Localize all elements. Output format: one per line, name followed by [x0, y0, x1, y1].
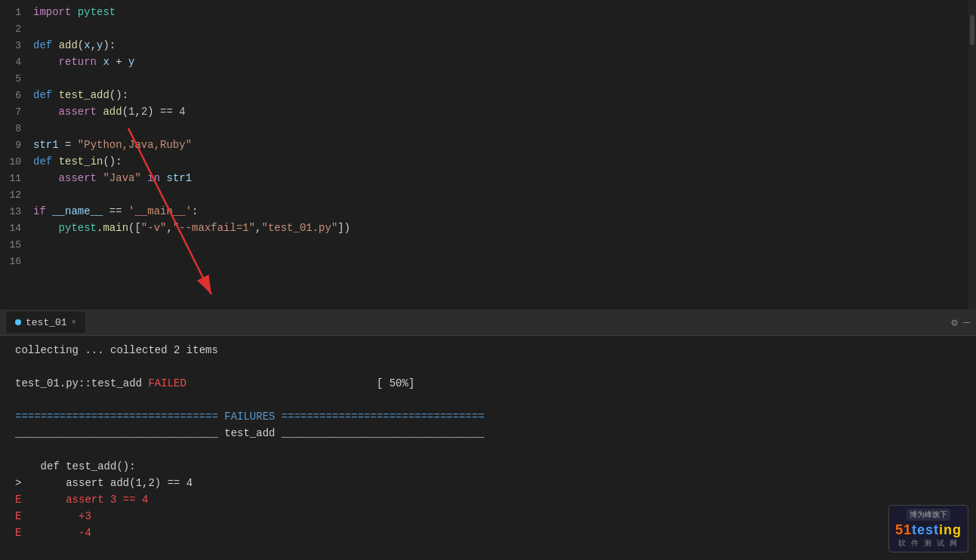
- line-content: [30, 255, 976, 267]
- line-content: def test_in():: [30, 155, 976, 168]
- line-number: 2: [0, 23, 30, 35]
- terminal-line: E assert 3 == 4: [15, 491, 976, 508]
- line-content: import pytest: [30, 6, 976, 18]
- minimize-icon[interactable]: —: [964, 316, 970, 328]
- watermark-brand: 51testing: [895, 522, 962, 538]
- tab-indicator: [15, 319, 21, 325]
- code-line: 2: [0, 23, 976, 39]
- terminal-line: [15, 358, 976, 375]
- line-number: 13: [0, 206, 30, 217]
- terminal-tab-actions: ⚙ —: [951, 316, 970, 329]
- brand-51: 51: [895, 522, 912, 537]
- line-number: 6: [0, 90, 30, 101]
- code-line: 8: [0, 122, 976, 139]
- terminal-line: ================================ FAILURE…: [15, 408, 976, 425]
- line-number: 11: [0, 173, 30, 184]
- line-number: 1: [0, 7, 30, 18]
- terminal-tab-label: test_01: [26, 317, 67, 328]
- terminal-line: E -4: [15, 525, 976, 541]
- line-number: 8: [0, 123, 30, 134]
- editor-scrollbar[interactable]: [968, 0, 976, 309]
- code-line: 10def test_in():: [0, 155, 976, 172]
- line-content: assert "Java" in str1: [30, 172, 976, 184]
- code-line: 3def add(x,y):: [0, 39, 976, 56]
- terminal-tab-close[interactable]: ×: [72, 318, 77, 327]
- line-content: assert add(1,2) == 4: [30, 106, 976, 118]
- line-content: return x + y: [30, 56, 976, 68]
- line-number: 5: [0, 73, 30, 85]
- line-number: 12: [0, 189, 30, 201]
- brand-ing: ing: [939, 522, 962, 537]
- line-content: [30, 238, 976, 251]
- terminal-line: E +3: [15, 508, 976, 525]
- terminal-line: ________________________________ test_ad…: [15, 425, 976, 442]
- code-line: 6def test_add():: [0, 89, 976, 106]
- line-number: 7: [0, 106, 30, 118]
- code-line: 7 assert add(1,2) == 4: [0, 106, 976, 122]
- code-line: 15: [0, 238, 976, 255]
- terminal-line: test_01.py::test_add FAILED [ 50%]: [15, 375, 976, 392]
- code-editor: 1import pytest2 3def add(x,y):4 return x…: [0, 0, 976, 309]
- code-line: 5: [0, 72, 976, 89]
- line-content: [30, 189, 976, 201]
- code-line: 11 assert "Java" in str1: [0, 172, 976, 189]
- terminal-tab[interactable]: test_01 ×: [6, 312, 85, 333]
- terminal-tab-bar: test_01 × ⚙ —: [0, 309, 976, 336]
- terminal-line: > assert add(1,2) == 4: [15, 475, 976, 491]
- watermark-sub-text: 软 件 测 试 网: [898, 538, 958, 549]
- terminal-line: [15, 392, 976, 408]
- line-number: 16: [0, 256, 30, 267]
- code-line: 16: [0, 255, 976, 272]
- line-content: str1 = "Python,Java,Ruby": [30, 139, 976, 151]
- watermark-logo: 博为峰旗下 51testing 软 件 测 试 网: [888, 505, 968, 552]
- terminal-line: def test_add():: [15, 458, 976, 475]
- line-content: [30, 72, 976, 85]
- line-content: [30, 23, 976, 35]
- line-number: 10: [0, 156, 30, 168]
- editor-area: 1import pytest2 3def add(x,y):4 return x…: [0, 0, 976, 309]
- code-line: 12: [0, 189, 976, 205]
- line-number: 15: [0, 239, 30, 251]
- line-content: pytest.main(["-v","--maxfail=1","test_01…: [30, 222, 976, 234]
- line-content: def test_add():: [30, 89, 976, 101]
- brand-testing: test: [912, 522, 939, 537]
- terminal-panel: test_01 × ⚙ — collecting ... collected 2…: [0, 309, 976, 560]
- line-content: [30, 122, 976, 134]
- line-content: def add(x,y):: [30, 39, 976, 51]
- line-number: 9: [0, 140, 30, 151]
- code-line: 13if __name__ == '__main__':: [0, 205, 976, 222]
- terminal-line: [15, 442, 976, 458]
- code-line: 9str1 = "Python,Java,Ruby": [0, 139, 976, 155]
- code-line: 1import pytest: [0, 6, 976, 23]
- main-container: 1import pytest2 3def add(x,y):4 return x…: [0, 0, 976, 560]
- watermark-top-text: 博为峰旗下: [907, 509, 950, 521]
- line-number: 3: [0, 40, 30, 51]
- line-content: if __name__ == '__main__':: [30, 205, 976, 217]
- line-number: 14: [0, 223, 30, 234]
- gear-icon[interactable]: ⚙: [951, 316, 957, 329]
- line-number: 4: [0, 57, 30, 68]
- terminal-output: collecting ... collected 2 items test_01…: [0, 336, 976, 560]
- code-line: 14 pytest.main(["-v","--maxfail=1","test…: [0, 222, 976, 238]
- code-line: 4 return x + y: [0, 56, 976, 72]
- terminal-line: collecting ... collected 2 items: [15, 342, 976, 358]
- watermark: 博为峰旗下 51testing 软 件 测 试 网: [888, 505, 968, 552]
